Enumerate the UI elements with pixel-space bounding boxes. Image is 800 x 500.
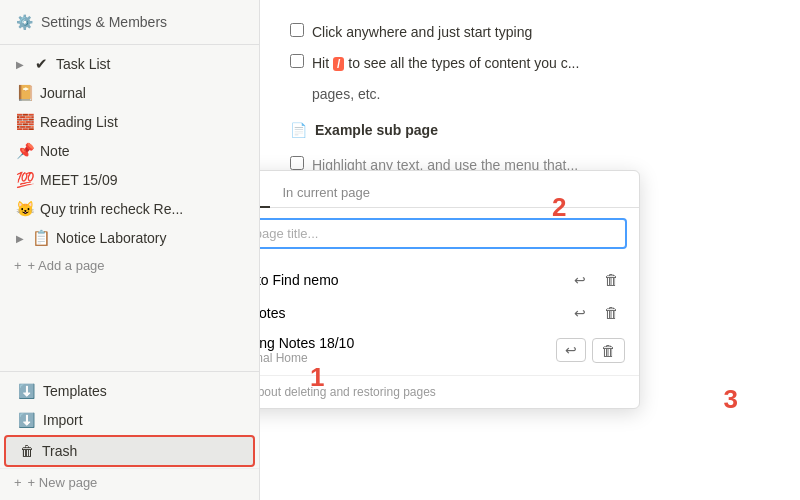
templates-icon: ⬇️ <box>18 383 35 399</box>
reading-list-icon: 🧱 <box>16 113 34 131</box>
item-actions-meeting: ↩ 🗑 <box>556 338 625 363</box>
checkbox-2[interactable] <box>290 54 304 68</box>
new-page-plus-icon: + <box>14 475 22 490</box>
item-label-mt: MT Notes <box>260 305 558 321</box>
sidebar-item-label: Note <box>40 143 243 159</box>
annotation-3: 3 <box>724 386 738 414</box>
add-page-button[interactable]: + + Add a page <box>0 253 259 278</box>
sidebar-top: ⚙️ Settings & Members <box>0 0 259 45</box>
line2-extra: pages, etc. <box>290 82 770 107</box>
hit-label: Hit <box>312 55 329 71</box>
journal-icon: 📔 <box>16 84 34 102</box>
line1-row: Click anywhere and just start typing <box>290 20 770 45</box>
delete-button-mt[interactable]: 🗑 <box>598 302 625 323</box>
sidebar-item-reading-list[interactable]: 🧱 Reading List <box>4 108 255 136</box>
sidebar-item-quy-trinh[interactable]: 😺 Quy trinh recheck Re... <box>4 195 255 223</box>
sidebar-item-label: Notice Laboratory <box>56 230 243 246</box>
popup-search-area <box>260 208 639 259</box>
sidebar-nav: ▶ ✔ Task List 📔 Journal 🧱 Reading List 📌… <box>0 45 259 371</box>
task-list-icon: ✔ <box>32 55 50 73</box>
plus-icon: + <box>14 258 22 273</box>
delete-button-meeting[interactable]: 🗑 <box>592 338 625 363</box>
sidebar-item-label: Reading List <box>40 114 243 130</box>
list-item[interactable]: ✏️ Meeting Notes 18/10 Personal Home ↩ 🗑 <box>260 329 639 371</box>
checkbox-1[interactable] <box>290 23 304 37</box>
arrow-icon: ▶ <box>16 59 24 70</box>
doc-icon: 📄 <box>290 118 307 143</box>
main-text-area: Click anywhere and just start typing Hit… <box>290 20 770 178</box>
footer-label: Learn about deleting and restoring pages <box>260 385 436 399</box>
quy-trinh-icon: 😺 <box>16 200 34 218</box>
sidebar-item-journal[interactable]: 📔 Journal <box>4 79 255 107</box>
gear-icon: ⚙️ <box>16 14 33 30</box>
item-actions: ↩ 🗑 <box>568 269 625 290</box>
notice-lab-icon: 📋 <box>32 229 50 247</box>
sidebar-item-meet[interactable]: 💯 MEET 15/09 <box>4 166 255 194</box>
restore-button-meeting[interactable]: ↩ <box>556 338 586 362</box>
list-item[interactable]: ✏️ MT Notes ↩ 🗑 <box>260 296 639 329</box>
checkbox-3[interactable] <box>290 156 304 170</box>
import-button[interactable]: ⬇️ Import <box>4 406 255 434</box>
tab-all-pages[interactable]: All pages <box>260 179 270 208</box>
trash-label: Trash <box>42 443 77 459</box>
list-item[interactable]: 🐟 How to Find nemo ↩ 🗑 <box>260 263 639 296</box>
import-icon: ⬇️ <box>18 412 35 428</box>
sidebar-bottom: ⬇️ Templates ⬇️ Import 🗑 Trash + + New p… <box>0 371 259 500</box>
arrow-icon: ▶ <box>16 233 24 244</box>
sidebar-item-label: MEET 15/09 <box>40 172 243 188</box>
add-page-label: + Add a page <box>28 258 105 273</box>
sidebar-item-label: Journal <box>40 85 243 101</box>
item-actions: ↩ 🗑 <box>568 302 625 323</box>
line2-text: Hit / to see all the types of content yo… <box>312 51 579 76</box>
line2-suffix: to see all the types of content you c... <box>348 55 579 71</box>
sidebar-item-label: Quy trinh recheck Re... <box>40 201 243 217</box>
popup-tabs: All pages In current page <box>260 171 639 208</box>
subpage-row: 📄 Example sub page <box>290 118 770 143</box>
sidebar-item-task-list[interactable]: ▶ ✔ Task List <box>4 50 255 78</box>
line2-row: Hit / to see all the types of content yo… <box>290 51 770 76</box>
item-label-nemo: How to Find nemo <box>260 272 558 288</box>
main-content: 1 2 3 Click anywhere and just start typi… <box>260 0 800 500</box>
trash-icon: 🗑 <box>20 443 34 459</box>
restore-button-mt[interactable]: ↩ <box>568 303 592 323</box>
templates-label: Templates <box>43 383 107 399</box>
slash-badge: / <box>333 57 344 71</box>
new-page-button[interactable]: + + New page <box>0 468 259 496</box>
restore-button-nemo[interactable]: ↩ <box>568 270 592 290</box>
tab-current-page[interactable]: In current page <box>270 179 381 208</box>
item-label-meeting: Meeting Notes 18/10 Personal Home <box>260 335 546 365</box>
divider <box>0 278 259 286</box>
trash-popup: All pages In current page 🐟 How to Find … <box>260 170 640 409</box>
settings-members-button[interactable]: ⚙️ Settings & Members <box>12 8 247 36</box>
trash-button[interactable]: 🗑 Trash <box>4 435 255 467</box>
line1-text: Click anywhere and just start typing <box>312 20 532 45</box>
sidebar-item-notice-lab[interactable]: ▶ 📋 Notice Laboratory <box>4 224 255 252</box>
import-label: Import <box>43 412 83 428</box>
sidebar-item-label: Task List <box>56 56 243 72</box>
sidebar: ⚙️ Settings & Members ▶ ✔ Task List 📔 Jo… <box>0 0 260 500</box>
popup-list: 🐟 How to Find nemo ↩ 🗑 ✏️ MT Notes ↩ 🗑 <box>260 259 639 375</box>
sidebar-item-note[interactable]: 📌 Note <box>4 137 255 165</box>
meet-icon: 💯 <box>16 171 34 189</box>
new-page-label: + New page <box>28 475 98 490</box>
templates-button[interactable]: ⬇️ Templates <box>4 377 255 405</box>
popup-footer[interactable]: ? Learn about deleting and restoring pag… <box>260 375 639 408</box>
search-input[interactable] <box>260 218 627 249</box>
subpage-label: Example sub page <box>315 118 438 143</box>
delete-button-nemo[interactable]: 🗑 <box>598 269 625 290</box>
note-icon: 📌 <box>16 142 34 160</box>
settings-label: Settings & Members <box>41 14 167 30</box>
